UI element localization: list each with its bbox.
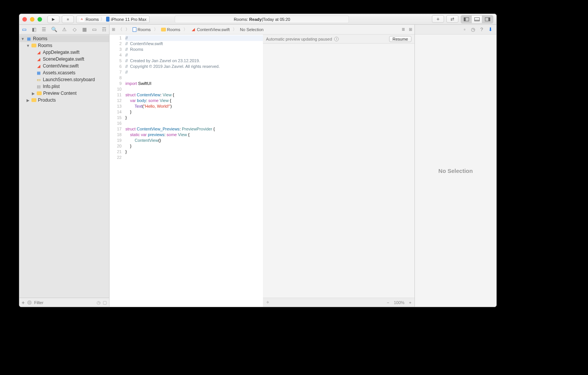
disclosure-open-icon[interactable]: ▼ [26, 44, 30, 48]
tree-project-root[interactable]: ▼ ▦ Rooms [19, 35, 109, 42]
stop-button[interactable] [62, 16, 74, 23]
info-icon[interactable]: i [334, 37, 339, 41]
tree-group-products[interactable]: ▶ Products [19, 97, 109, 104]
window-traffic-lights [22, 17, 42, 22]
symbol-navigator-tab-icon[interactable]: ☰ [41, 27, 47, 33]
disclosure-open-icon[interactable]: ▼ [21, 37, 25, 41]
project-navigator-tab-icon[interactable]: ▭ [22, 27, 27, 33]
find-navigator-tab-icon[interactable]: 🔍 [51, 27, 57, 33]
close-window-icon[interactable] [22, 17, 27, 22]
test-navigator-tab-icon[interactable]: ◇ [72, 27, 77, 33]
line-number: 17 [109, 126, 122, 132]
tree-file-contentview[interactable]: ◢ ContentView.swift [19, 63, 109, 69]
jumpbar-crumb-file[interactable]: ◢ContentView.swift [191, 27, 230, 32]
code-review-button[interactable] [446, 15, 458, 23]
line-number: 4 [109, 52, 122, 58]
titlebar-right-controls [432, 15, 493, 24]
line-number: 3 [109, 47, 122, 52]
status-time: Today at 05:20 [263, 17, 290, 22]
jumpbar-crumb-symbol[interactable]: No Selection [240, 27, 263, 32]
related-items-icon[interactable]: ⊞ [112, 27, 115, 32]
tree-file-appdelegate[interactable]: ◢ AppDelegate.swift [19, 49, 109, 56]
tree-group-rooms[interactable]: ▼ Rooms [19, 42, 109, 49]
toggle-inspector-button[interactable] [482, 16, 493, 23]
scheme-selector[interactable]: A Rooms 〉 iPhone 11 Pro Max [76, 16, 150, 23]
tree-label: Assets.xcassets [43, 70, 75, 75]
help-inspector-tab-icon[interactable]: ? [480, 27, 483, 32]
file-inspector-tab-icon[interactable]: ▫ [464, 27, 466, 32]
add-button-icon[interactable]: + [22, 300, 25, 306]
xcodeproj-icon: ▦ [26, 36, 31, 41]
source-control-navigator-tab-icon[interactable]: ◧ [31, 27, 37, 33]
tree-file-infoplist[interactable]: ▤ Info.plist [19, 83, 109, 90]
inspector-tabs: ▫ ◷ ? ⬇ [415, 25, 496, 35]
xcode-window: A Rooms 〉 iPhone 11 Pro Max Rooms: Ready… [19, 14, 497, 307]
line-number: 7 [109, 69, 122, 75]
report-navigator-tab-icon[interactable]: ☶ [102, 27, 107, 33]
recent-filter-icon[interactable]: ◷ [97, 300, 100, 305]
editor-options-icon[interactable]: ≣ [402, 27, 405, 32]
folder-icon [161, 28, 166, 31]
panel-toggle-group [461, 15, 493, 24]
assets-icon: ▦ [36, 70, 41, 75]
swift-file-icon: ◢ [191, 27, 196, 32]
tree-file-launchscreen[interactable]: ▭ LaunchScreen.storyboard [19, 76, 109, 83]
tree-file-assets[interactable]: ▦ Assets.xcassets [19, 69, 109, 76]
line-number: 15 [109, 115, 122, 121]
filter-funnel-icon[interactable]: ⊚ [27, 299, 32, 306]
library-button[interactable] [432, 15, 444, 23]
line-number: 12 [109, 98, 122, 104]
line-number: 13 [109, 104, 122, 109]
toggle-navigator-button[interactable] [461, 16, 472, 23]
line-number: 9 [109, 81, 122, 86]
zoom-out-button[interactable]: − [387, 300, 389, 305]
preview-banner-text: Automatic preview updating paused [266, 37, 332, 41]
line-number: 19 [109, 138, 122, 143]
breakpoint-navigator-tab-icon[interactable]: ▭ [92, 27, 97, 33]
history-inspector-tab-icon[interactable]: ◷ [471, 27, 475, 32]
line-number: 6 [109, 64, 122, 69]
tree-label: ContentView.swift [43, 63, 79, 69]
line-number: 8 [109, 75, 122, 81]
filter-input[interactable] [34, 300, 94, 305]
forward-button-icon[interactable]: 〉 [125, 27, 130, 32]
left-panel-icon [464, 17, 469, 21]
zoom-in-button[interactable]: + [409, 300, 411, 305]
toggle-debug-area-button[interactable] [472, 16, 482, 23]
bottom-panel-icon [474, 17, 480, 21]
run-button[interactable] [47, 16, 59, 23]
pin-preview-icon[interactable]: ✧ [266, 300, 269, 305]
tree-file-scenedelegate[interactable]: ◢ SceneDelegate.swift [19, 56, 109, 63]
preview-canvas[interactable] [263, 44, 414, 298]
add-editor-icon[interactable]: ⊞ [409, 27, 412, 32]
source-editor[interactable]: //// ContentView.swift // Rooms // // Cr… [124, 35, 263, 307]
debug-navigator-tab-icon[interactable]: ▦ [82, 27, 87, 33]
jumpbar-crumb-group[interactable]: Rooms [161, 27, 180, 32]
disclosure-closed-icon[interactable]: ▶ [26, 98, 30, 102]
tree-group-previewcontent[interactable]: ▶ Preview Content [19, 90, 109, 97]
line-number: 10 [109, 86, 122, 92]
zoom-window-icon[interactable] [38, 17, 42, 22]
resume-button[interactable]: Resume [389, 36, 411, 42]
navigator-filter-bar: + ⊚ ◷ ▢ [19, 298, 109, 307]
arrows-icon [450, 16, 454, 22]
attributes-inspector-tab-icon[interactable]: ⬇ [488, 27, 493, 32]
folder-icon [37, 91, 42, 95]
issue-navigator-tab-icon[interactable]: ⚠ [62, 27, 67, 33]
line-number: 5 [109, 58, 122, 64]
navigator-panel: ▭ ◧ ☰ 🔍 ⚠ ◇ ▦ ▭ ☶ ▼ ▦ Rooms ▼ Roo [19, 25, 109, 307]
editor-area: ⊞ 〈 〉 Rooms 〉 Rooms 〉 ◢ContentView.swift… [109, 25, 415, 307]
line-number: 16 [109, 121, 122, 126]
minimize-window-icon[interactable] [30, 17, 34, 22]
chevron-right-icon: 〉 [183, 27, 188, 32]
activity-view: Rooms: Ready | Today at 05:20 [175, 16, 349, 23]
line-number: 11 [109, 92, 122, 98]
disclosure-closed-icon[interactable]: ▶ [31, 91, 35, 96]
jumpbar-crumb-project[interactable]: Rooms [133, 27, 151, 32]
scheme-app-label: Rooms [86, 17, 99, 22]
line-number: 21 [109, 149, 122, 155]
line-number: 18 [109, 132, 122, 138]
preview-footer: ✧ − 100% + [263, 298, 414, 307]
back-button-icon[interactable]: 〈 [118, 27, 122, 32]
scm-filter-icon[interactable]: ▢ [103, 300, 107, 305]
